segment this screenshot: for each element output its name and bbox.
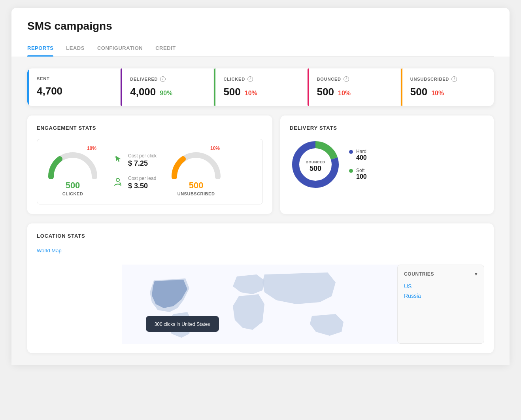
hard-value: 400 [356,154,367,161]
hard-label: Hard [356,149,367,154]
delivery-panel: DELIVERY STATS [280,115,494,214]
svg-text:300 clicks in United States: 300 clicks in United States [155,322,210,327]
engagement-inner: 10% 500 CLICKED [37,139,263,204]
stats-row: SENT 4,700 DELIVERED i 4,000 90% CLICKED [27,68,494,106]
clicked-label: CLICKED i [223,76,297,82]
stat-card-delivered: DELIVERED i 4,000 90% [121,68,214,106]
unsubscribed-info-icon[interactable]: i [451,76,457,82]
tab-leads[interactable]: LEADS [66,42,85,56]
sent-value: 4,700 [37,85,111,97]
location-content: 300 clicks in United States COUNTRIES ▾ … [37,265,484,344]
cost-per-lead-value: $ 3.50 [128,182,156,190]
unsubscribed-gauge-svg [168,147,224,179]
sent-label: SENT [37,76,111,81]
clicked-gauge-svg [45,147,100,179]
clicked-gauge-percent: 10% [87,146,96,151]
cost-section: Cost per click $ 7.25 [112,153,157,190]
lead-icon [112,176,123,190]
countries-header: COUNTRIES ▾ [404,271,478,277]
clicked-gauge: 10% 500 CLICKED [45,147,100,196]
tab-reports[interactable]: REPORTS [27,42,53,56]
location-title: LOCATION STATS [37,233,484,239]
delivery-donut-chart: BOUNCED 500 [290,139,341,190]
donut-section: BOUNCED 500 Hard 400 [290,139,484,190]
delivered-info-icon[interactable]: i [160,76,166,82]
clicked-info-icon[interactable]: i [247,76,253,82]
clicked-value: 500 10% [223,86,297,98]
country-us[interactable]: US [404,282,478,291]
page-title: SMS campaigns [27,20,494,32]
delivery-title: DELIVERY STATS [290,125,484,131]
chevron-down-icon[interactable]: ▾ [475,271,478,277]
svg-point-1 [116,178,119,182]
bounced-label: BOUNCED i [317,76,391,82]
stat-card-sent: SENT 4,700 [27,68,121,106]
legend-hard: Hard 400 [349,149,367,161]
unsubscribed-gauge-label: UNSUBSCRIBED [177,191,215,196]
soft-legend-info: Soft 100 [356,168,367,180]
engagement-panel: ENGAGEMENT STATS 10% 500 CLICKED [27,115,272,214]
soft-label: Soft [356,168,367,173]
cost-per-click-item: Cost per click $ 7.25 [112,153,157,168]
unsubscribed-value: 500 10% [410,86,484,98]
soft-value: 100 [356,173,367,180]
unsubscribed-gauge-percent: 10% [210,146,220,151]
unsubscribed-gauge: 10% 500 UNSUBSCRIBED [168,147,224,196]
countries-panel: COUNTRIES ▾ US Russia [397,265,484,344]
clicked-gauge-label: CLICKED [62,191,83,196]
delivered-label: DELIVERED i [130,76,204,82]
tabs-nav: REPORTS LEADS CONFIGURATION CREDIT [27,42,494,57]
main-content-row: ENGAGEMENT STATS 10% 500 CLICKED [27,115,494,214]
cost-per-click-value: $ 7.25 [128,159,157,168]
unsubscribed-label: UNSUBSCRIBED i [410,76,484,82]
delivered-value: 4,000 90% [130,86,204,98]
cost-per-lead-info: Cost per lead $ 3.50 [128,176,156,190]
click-icon [112,154,123,167]
svg-text:500: 500 [310,165,321,172]
cost-per-click-info: Cost per click $ 7.25 [128,153,157,168]
tab-credit[interactable]: CREDIT [155,42,176,56]
cost-per-lead-label: Cost per lead [128,176,156,181]
svg-point-0 [115,156,116,158]
world-map-link[interactable]: World Map [37,248,62,254]
bounced-value: 500 10% [317,86,391,98]
donut-legend: Hard 400 Soft 100 [349,149,367,180]
legend-soft: Soft 100 [349,168,367,180]
stat-card-unsubscribed: UNSUBSCRIBED i 500 10% [401,68,494,106]
bounced-info-icon[interactable]: i [344,76,349,82]
clicked-gauge-value: 500 [66,180,80,191]
cost-per-lead-item: Cost per lead $ 3.50 [112,176,157,190]
stat-card-clicked: CLICKED i 500 10% [214,68,307,106]
country-russia[interactable]: Russia [404,291,478,301]
content-area: SENT 4,700 DELIVERED i 4,000 90% CLICKED [11,57,510,365]
location-panel: LOCATION STATS World Map [27,223,494,353]
cost-per-click-label: Cost per click [128,153,157,159]
soft-dot [349,169,353,173]
hard-legend-info: Hard 400 [356,149,367,161]
unsubscribed-gauge-value: 500 [189,180,204,191]
svg-text:BOUNCED: BOUNCED [306,160,325,164]
stat-card-bounced: BOUNCED i 500 10% [308,68,401,106]
tab-configuration[interactable]: CONFIGURATION [97,42,143,56]
engagement-title: ENGAGEMENT STATS [37,125,263,131]
hard-dot [349,150,353,154]
